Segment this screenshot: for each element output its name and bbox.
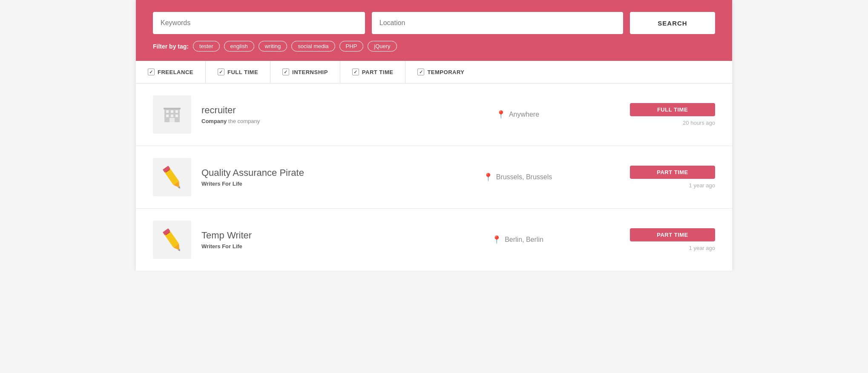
tag-writing[interactable]: writing: [259, 41, 287, 52]
filter-part-time[interactable]: PART TIME: [340, 61, 406, 83]
job-location: 📍 Anywhere: [416, 110, 620, 119]
filter-freelance[interactable]: FREELANCE: [136, 61, 206, 83]
svg-rect-1: [166, 110, 169, 113]
temporary-label: TEMPORARY: [427, 69, 464, 75]
filter-full-time[interactable]: FULL TIME: [206, 61, 270, 83]
job-posted-time: 20 hours ago: [630, 120, 715, 126]
part-time-checkbox[interactable]: [352, 69, 359, 75]
location-pin-icon: 📍: [496, 110, 506, 119]
full-time-checkbox[interactable]: [218, 69, 224, 75]
filter-internship[interactable]: INTERNSHIP: [270, 61, 340, 83]
tag-php[interactable]: PHP: [339, 41, 364, 52]
job-list: recruiter Company the company 📍 Anywhere…: [136, 83, 732, 271]
part-time-label: PART TIME: [362, 69, 394, 75]
job-logo-pencil-2: [153, 221, 191, 259]
job-title: Temp Writer: [201, 230, 405, 241]
job-posted-time: 1 year ago: [630, 245, 715, 251]
svg-rect-3: [175, 110, 178, 113]
company-name: Writers For Life: [201, 181, 242, 187]
internship-label: INTERNSHIP: [292, 69, 328, 75]
search-header: SEARCH Filter by tag: tester english wri…: [136, 0, 732, 61]
freelance-checkbox[interactable]: [148, 69, 155, 75]
svg-rect-4: [166, 115, 169, 117]
job-company: Writers For Life: [201, 181, 405, 187]
job-location: 📍 Brussels, Brussels: [416, 172, 620, 182]
building-icon: [162, 104, 182, 125]
pencil-icon: [157, 162, 187, 192]
job-logo-pencil: [153, 158, 191, 196]
full-time-label: FULL TIME: [227, 69, 258, 75]
pencil-icon: [157, 225, 187, 255]
tag-jquery[interactable]: jQuery: [368, 41, 397, 52]
search-button[interactable]: SEARCH: [630, 12, 715, 34]
job-type-badge: PART TIME: [630, 166, 715, 179]
company-label: Company: [201, 118, 227, 124]
location-text: Berlin, Berlin: [505, 236, 543, 244]
job-type-badge: FULL TIME: [630, 103, 715, 116]
job-info: Quality Assurance Pirate Writers For Lif…: [201, 167, 405, 187]
job-meta: PART TIME 1 year ago: [630, 166, 715, 189]
internship-checkbox[interactable]: [282, 69, 289, 75]
svg-rect-2: [171, 110, 173, 113]
table-row[interactable]: recruiter Company the company 📍 Anywhere…: [136, 83, 732, 146]
job-posted-time: 1 year ago: [630, 182, 715, 189]
svg-rect-6: [175, 115, 178, 117]
svg-rect-8: [164, 108, 181, 109]
location-text: Anywhere: [509, 111, 539, 118]
job-meta: PART TIME 1 year ago: [630, 228, 715, 251]
filter-temporary[interactable]: TEMPORARY: [405, 61, 476, 83]
job-logo-building: [153, 95, 191, 134]
company-name: Writers For Life: [201, 243, 242, 250]
filter-row: Filter by tag: tester english writing so…: [153, 41, 715, 52]
job-location: 📍 Berlin, Berlin: [416, 235, 620, 244]
job-info: Temp Writer Writers For Life: [201, 230, 405, 250]
job-title: Quality Assurance Pirate: [201, 167, 405, 178]
svg-rect-5: [171, 115, 173, 117]
freelance-label: FREELANCE: [158, 69, 193, 75]
keywords-input[interactable]: [153, 12, 365, 34]
table-row[interactable]: Quality Assurance Pirate Writers For Lif…: [136, 146, 732, 209]
job-type-badge: PART TIME: [630, 228, 715, 241]
job-info: recruiter Company the company: [201, 105, 405, 124]
table-row[interactable]: Temp Writer Writers For Life 📍 Berlin, B…: [136, 209, 732, 271]
location-input[interactable]: [372, 12, 623, 34]
tag-tester[interactable]: tester: [193, 41, 220, 52]
location-text: Brussels, Brussels: [496, 173, 552, 181]
location-pin-icon: 📍: [492, 235, 501, 244]
job-title: recruiter: [201, 105, 405, 116]
temporary-checkbox[interactable]: [417, 69, 424, 75]
job-company: Writers For Life: [201, 243, 405, 250]
filter-label: Filter by tag:: [153, 43, 189, 50]
tag-english[interactable]: english: [224, 41, 254, 52]
location-pin-icon: 📍: [483, 172, 493, 182]
tag-social-media[interactable]: social media: [291, 41, 335, 52]
search-row: SEARCH: [153, 12, 715, 34]
svg-rect-7: [170, 118, 175, 122]
company-name: the company: [228, 118, 260, 124]
filter-checkboxes: FREELANCE FULL TIME INTERNSHIP PART TIME…: [136, 61, 732, 83]
app-wrapper: SEARCH Filter by tag: tester english wri…: [136, 0, 732, 271]
job-company: Company the company: [201, 118, 405, 124]
job-meta: FULL TIME 20 hours ago: [630, 103, 715, 126]
